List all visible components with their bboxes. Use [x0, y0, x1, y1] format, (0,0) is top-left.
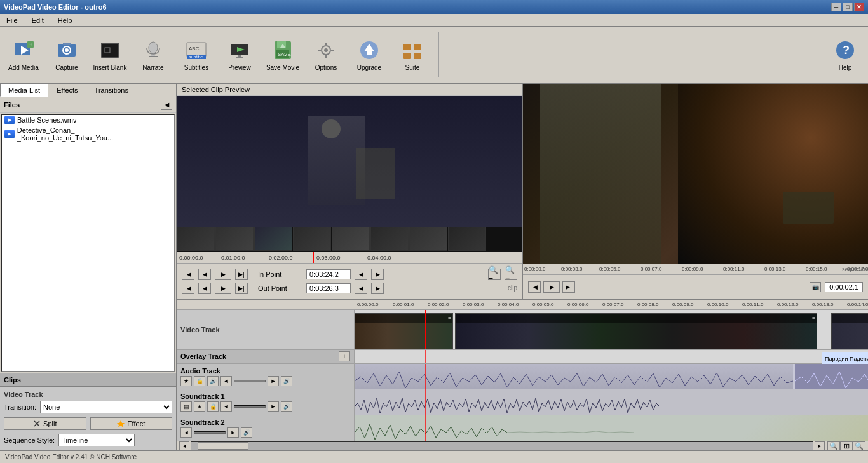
audio-lock-button[interactable]: 🔒 — [194, 376, 205, 386]
svg-rect-35 — [367, 51, 372, 55]
seq-skip-start-button[interactable]: |◀ — [528, 281, 541, 293]
audio-volume-slider[interactable] — [234, 380, 266, 382]
upgrade-button[interactable]: Upgrade — [349, 29, 389, 80]
transition-select[interactable]: None Fade Dissolve — [40, 401, 172, 413]
tab-media-list[interactable]: Media List — [0, 84, 48, 97]
soundtrack2-content[interactable] — [355, 415, 868, 441]
file-item-detective[interactable]: ▶ Detective_Conan_-_Koori_no_Ue_ni_Tatsu… — [2, 125, 174, 143]
audio-speaker-button[interactable]: 🔊 — [207, 376, 219, 386]
clip-next-frame-button[interactable]: ▶| — [235, 269, 248, 280]
file-item-battle[interactable]: ▶ Battle Scenes.wmv — [2, 115, 174, 125]
soundtrack2-label: Soundtrack 2 — [180, 419, 350, 426]
add-overlay-button[interactable]: + — [339, 351, 350, 361]
goto-in-point-button[interactable]: ▶ — [371, 269, 384, 280]
clip-play2-button[interactable]: ▶ — [215, 283, 231, 294]
st2-volume-slider[interactable] — [194, 431, 226, 434]
zoom-in-button[interactable]: 🔍+ — [488, 269, 501, 280]
st1-volume-slider[interactable] — [234, 405, 266, 408]
add-media-button[interactable]: + Add Media — [4, 29, 43, 80]
st2-mute[interactable]: 🔊 — [241, 427, 252, 438]
files-label: Files — [4, 101, 20, 109]
sequence-style-label: Sequence Style: — [4, 436, 55, 444]
seq-play-button[interactable]: ▶ — [543, 281, 560, 293]
capture-button[interactable]: Capture — [47, 29, 86, 80]
overlay-playhead — [425, 350, 426, 363]
close-button[interactable]: ✕ — [854, 3, 864, 11]
menu-help[interactable]: Help — [54, 15, 76, 25]
soundtrack1-content[interactable] — [355, 389, 868, 414]
video-clip-1[interactable]: ≡ ★ — [355, 313, 453, 349]
options-icon — [315, 39, 337, 62]
narrate-button[interactable]: Narrate — [133, 29, 173, 80]
tab-effects[interactable]: Effects — [48, 84, 86, 97]
video-track-content[interactable]: ≡ ★ ≡ ★ ≡ — [355, 310, 868, 349]
set-in-point-button[interactable]: ◀ — [355, 269, 367, 280]
seq-screenshot-button[interactable]: 📷 — [810, 282, 821, 292]
maximize-button[interactable]: □ — [843, 3, 853, 11]
effect-label: Effect — [127, 420, 145, 427]
left-panel: Media List Effects Transitions Files ◀ ▶… — [0, 84, 177, 450]
st1-btn1[interactable]: ▤ — [180, 401, 192, 412]
scroll-track[interactable] — [191, 441, 813, 450]
clip-prev-frame-button[interactable]: ◀ — [198, 269, 211, 280]
st1-vol-down[interactable]: ◄ — [220, 401, 232, 412]
st1-vol-up[interactable]: ► — [268, 401, 279, 412]
audio-mute-button[interactable]: 🔊 — [281, 376, 292, 386]
menubar: File Edit Help — [0, 14, 868, 27]
audio-vol-down[interactable]: ◄ — [220, 376, 232, 386]
sequence-style-select[interactable]: Timeline Storyboard — [58, 434, 135, 446]
clip1-menu-icon[interactable]: ≡ — [448, 316, 451, 321]
st2-vol-down[interactable]: ◄ — [180, 427, 192, 438]
audio-star-button[interactable]: ★ — [180, 376, 192, 386]
seq-skip-end-button[interactable]: ▶| — [562, 281, 575, 293]
clip-skip-end-button[interactable]: |◀ — [182, 283, 194, 294]
clip-prev2-button[interactable]: ◀ — [198, 283, 211, 294]
video-clip-2[interactable]: ≡ ★ — [455, 313, 817, 349]
file-list[interactable]: ▶ Battle Scenes.wmv ▶ Detective_Conan_-_… — [1, 114, 175, 372]
scroll-zoom-in-button[interactable]: 🔍 — [827, 441, 840, 450]
goto-out-point-button[interactable]: ▶ — [371, 283, 384, 294]
scroll-left-button[interactable]: ◄ — [179, 441, 189, 450]
menu-file[interactable]: File — [3, 15, 22, 25]
split-button[interactable]: Split — [4, 417, 86, 430]
st2-vol-up[interactable]: ► — [227, 427, 239, 438]
tab-transitions[interactable]: Transitions — [86, 84, 137, 97]
scroll-zoom-fit-button[interactable]: ⊞ — [840, 441, 853, 450]
capture-label: Capture — [55, 64, 78, 71]
set-out-point-button[interactable]: ◀ — [355, 283, 367, 294]
audio-track-row: Audio Track ★ 🔒 🔊 ◄ ► 🔊 — [177, 364, 868, 389]
save-movie-button[interactable]: SAVE Save Movie — [263, 29, 302, 80]
st1-star[interactable]: ★ — [194, 401, 205, 412]
clip-skip-start-button[interactable]: |◀ — [182, 269, 194, 280]
video-clip-3[interactable]: ≡ ★ — [831, 313, 868, 349]
st1-mute[interactable]: 🔊 — [281, 401, 292, 412]
audio-track-content[interactable] — [355, 364, 868, 389]
film-frame-4 — [293, 227, 331, 251]
right-area: Selected Clip Preview — [177, 84, 868, 450]
insert-blank-button[interactable]: Insert Blank — [90, 29, 130, 80]
subtitles-button[interactable]: ABC subtitle Subtitles — [177, 29, 216, 80]
zoom-out-button[interactable]: 🔍− — [505, 269, 517, 280]
overlay-track-content[interactable]: Пародии Падения D Пародии Падения Do... — [355, 350, 868, 363]
seq-ruler-5: 0:00:11.0 — [723, 266, 744, 272]
scroll-zoom-out-button[interactable]: 🔍 — [853, 441, 865, 450]
suite-button[interactable]: Suite — [393, 29, 432, 80]
preview-button[interactable]: Preview — [220, 29, 259, 80]
effect-button[interactable]: Effect — [90, 417, 173, 430]
help-label: Help — [839, 64, 852, 71]
help-button[interactable]: ? Help — [826, 29, 864, 80]
files-collapse-button[interactable]: ◀ — [161, 100, 172, 110]
svg-text:ABC: ABC — [189, 46, 200, 51]
scroll-thumb[interactable] — [198, 442, 248, 450]
clip-next2-button[interactable]: ▶| — [235, 283, 248, 294]
titlebar-title: VideoPad Video Editor - outro6 — [4, 3, 107, 11]
audio-vol-up[interactable]: ► — [268, 376, 279, 386]
clip2-menu-icon[interactable]: ≡ — [812, 316, 815, 321]
minimize-button[interactable]: ─ — [831, 3, 841, 11]
scroll-right-button[interactable]: ► — [815, 441, 825, 450]
st1-lock[interactable]: 🔒 — [207, 401, 219, 412]
menu-edit[interactable]: Edit — [28, 15, 48, 25]
audio-track-header: Audio Track ★ 🔒 🔊 ◄ ► 🔊 — [177, 364, 355, 389]
clip-play-button[interactable]: ▶ — [215, 269, 231, 280]
options-button[interactable]: Options — [306, 29, 346, 80]
